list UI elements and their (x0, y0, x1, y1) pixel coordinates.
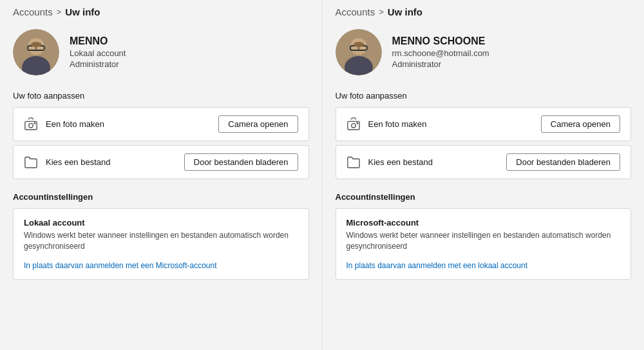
account-settings-title: Accountinstellingen (336, 192, 632, 202)
photo-section: Uw foto aanpassen Een foto makenCamera o… (13, 91, 309, 179)
user-info-section: MENNOLokaal accountAdministrator (13, 29, 309, 75)
breadcrumb-current: Uw info (65, 6, 100, 17)
user-info-section: MENNO SCHOONErm.schoone@hotmail.comAdmin… (336, 29, 632, 75)
account-card: Lokaal accountWindows werkt beter wannee… (13, 208, 309, 280)
user-details: MENNOLokaal accountAdministrator (70, 35, 126, 69)
option-card-folder: Kies een bestandDoor bestanden bladeren (13, 145, 309, 179)
option-card-camera: Een foto makenCamera openen (13, 107, 309, 141)
account-settings-title: Accountinstellingen (13, 192, 309, 202)
user-details: MENNO SCHOONErm.schoone@hotmail.comAdmin… (392, 35, 489, 69)
user-name: MENNO (70, 35, 126, 47)
option-left: Een foto maken (346, 117, 427, 131)
photo-section-title: Uw foto aanpassen (336, 91, 632, 101)
account-settings-section: AccountinstellingenMicrosoft-accountWind… (336, 192, 632, 280)
user-role: Administrator (392, 59, 489, 69)
option-label: Een foto maken (46, 119, 104, 129)
account-card-title: Lokaal account (24, 218, 298, 228)
option-label: Kies een bestand (368, 157, 433, 167)
camera-icon (346, 117, 361, 131)
folder-button[interactable]: Door bestanden bladeren (506, 153, 620, 171)
avatar (336, 29, 382, 75)
option-left: Kies een bestand (346, 155, 433, 170)
account-settings-section: AccountinstellingenLokaal accountWindows… (13, 192, 309, 280)
breadcrumb-accounts: Accounts (13, 6, 53, 17)
user-account-type: Lokaal account (70, 48, 126, 58)
account-card-desc: Windows werkt beter wanneer instellingen… (24, 230, 298, 252)
user-role: Administrator (70, 59, 126, 69)
breadcrumb-separator: > (57, 7, 62, 17)
option-card-folder: Kies een bestandDoor bestanden bladeren (336, 145, 632, 179)
avatar (13, 29, 59, 75)
svg-point-6 (31, 42, 41, 47)
svg-point-9 (34, 122, 35, 124)
option-label: Kies een bestand (46, 157, 110, 167)
breadcrumb-accounts: Accounts (336, 6, 375, 17)
option-left: Een foto maken (24, 117, 104, 131)
user-name: MENNO SCHOONE (392, 35, 489, 47)
account-card: Microsoft-accountWindows werkt beter wan… (336, 208, 632, 280)
svg-point-19 (357, 122, 358, 124)
folder-button[interactable]: Door bestanden bladeren (184, 153, 298, 171)
account-card-title: Microsoft-account (346, 218, 621, 228)
option-card-camera: Een foto makenCamera openen (336, 107, 632, 141)
panels-container: Accounts > Uw info MENNOLokaal accountAd… (0, 0, 644, 350)
breadcrumb: Accounts > Uw info (336, 0, 632, 29)
account-card-link[interactable]: In plaats daarvan aanmelden met een Micr… (24, 261, 217, 270)
breadcrumb: Accounts > Uw info (13, 0, 309, 29)
option-left: Kies een bestand (24, 155, 110, 170)
camera-icon (24, 117, 38, 131)
photo-section: Uw foto aanpassen Een foto makenCamera o… (336, 91, 632, 179)
option-label: Een foto maken (368, 119, 427, 129)
svg-point-8 (29, 123, 33, 127)
camera-button[interactable]: Camera openen (541, 115, 620, 133)
svg-point-16 (354, 42, 364, 47)
folder-icon (24, 155, 38, 170)
panel-microsoft: Accounts > Uw info MENNO SCHOONErm.schoo… (323, 0, 645, 350)
folder-icon (346, 155, 361, 170)
camera-button[interactable]: Camera openen (218, 115, 298, 133)
breadcrumb-current: Uw info (388, 6, 422, 17)
user-email: rm.schoone@hotmail.com (392, 48, 489, 58)
photo-section-title: Uw foto aanpassen (13, 91, 309, 101)
breadcrumb-separator: > (379, 7, 384, 17)
svg-point-18 (351, 123, 355, 127)
account-card-link[interactable]: In plaats daarvan aanmelden met een loka… (346, 261, 528, 270)
panel-local: Accounts > Uw info MENNOLokaal accountAd… (0, 0, 323, 350)
account-card-desc: Windows werkt beter wanneer instellingen… (346, 230, 621, 252)
